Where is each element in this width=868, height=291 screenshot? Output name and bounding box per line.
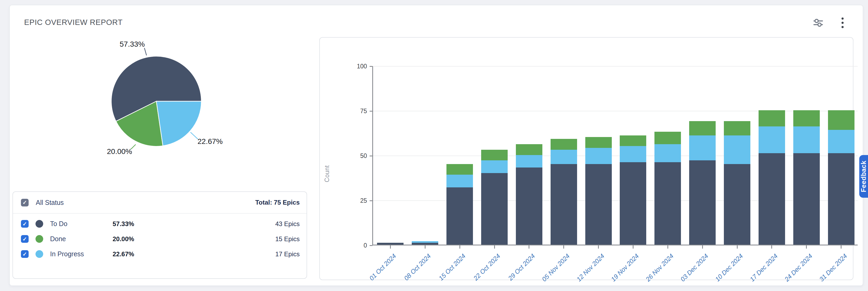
bar-segment-done[interactable] [654, 132, 681, 144]
feedback-button-label: Feedback [860, 161, 867, 192]
page-title: EPIC OVERVIEW REPORT [24, 18, 123, 27]
bar-segment-in-progress[interactable] [654, 144, 681, 162]
y-tick [370, 245, 373, 246]
bar-segment-to-do[interactable] [793, 153, 820, 244]
bar-segment-in-progress[interactable] [689, 136, 716, 161]
status-checkbox[interactable]: ✓ [21, 235, 29, 243]
bar-segment-to-do[interactable] [446, 187, 473, 244]
pie-leader-line-todo [145, 48, 147, 55]
bar-segment-in-progress[interactable] [481, 161, 508, 173]
sliders-icon [813, 18, 823, 28]
bar-segment-in-progress[interactable] [758, 126, 785, 153]
bar-segment-in-progress[interactable] [620, 146, 646, 162]
pie-percent-label-todo: 57.33% [120, 40, 145, 48]
bar-segment-to-do[interactable] [551, 164, 577, 244]
bar-segment-to-do[interactable] [758, 153, 785, 244]
bar-26-nov-2024 [654, 65, 681, 244]
bar-15-oct-2024 [446, 65, 473, 244]
bar-19-nov-2024 [620, 65, 646, 244]
kebab-menu-icon [841, 17, 844, 29]
x-tick [425, 245, 426, 249]
y-tick-label: 25 [343, 197, 367, 204]
bar-segment-in-progress[interactable] [516, 155, 542, 168]
y-tick-label: 100 [343, 63, 367, 70]
pie-leader-line-inprogress [190, 132, 198, 139]
bar-segment-done[interactable] [828, 110, 855, 130]
bar-05-nov-2024 [551, 65, 577, 244]
bar-segment-to-do[interactable] [377, 243, 404, 244]
pie-slice-in-progress[interactable] [156, 101, 202, 146]
bar-segment-in-progress[interactable] [446, 175, 473, 187]
x-tick [633, 245, 633, 249]
all-status-label: All Status [36, 199, 64, 206]
bar-segment-done[interactable] [724, 121, 750, 136]
check-icon: ✓ [23, 221, 27, 227]
bar-segment-done[interactable] [620, 136, 646, 146]
bar-chart-plot-area: 025507510001 Oct 202408 Oct 202415 Oct 2… [372, 66, 858, 245]
x-tick [598, 245, 599, 249]
bar-chart-card: Count 025507510001 Oct 202408 Oct 202415… [319, 37, 854, 280]
bar-segment-done[interactable] [758, 110, 785, 126]
legend-row-in-progress: ✓In Progress22.67%17 Epics [13, 246, 307, 262]
y-tick [370, 200, 373, 201]
bar-segment-done[interactable] [689, 121, 716, 136]
x-tick [806, 245, 807, 249]
status-percent: 20.00% [113, 235, 134, 243]
status-color-dot [35, 250, 43, 258]
status-percent: 22.67% [113, 251, 134, 258]
bar-17-dec-2024 [758, 65, 785, 244]
pie-percent-label-done: 20.00% [107, 147, 132, 155]
bar-segment-done[interactable] [481, 150, 508, 161]
filter-settings-button[interactable] [811, 16, 825, 30]
bar-segment-to-do[interactable] [620, 162, 646, 244]
bar-segment-in-progress[interactable] [585, 148, 612, 164]
bar-segment-in-progress[interactable] [828, 130, 855, 153]
x-tick [563, 245, 564, 249]
pie-chart: 57.33% 20.00% 22.67% [101, 35, 250, 168]
status-label: To Do [50, 220, 113, 228]
y-tick [370, 155, 373, 156]
bar-segment-to-do[interactable] [585, 164, 612, 244]
bar-segment-to-do[interactable] [481, 173, 508, 244]
x-tick [529, 245, 529, 249]
bar-segment-done[interactable] [793, 110, 820, 126]
bar-08-oct-2024 [412, 65, 438, 244]
legend-row-to-do: ✓To Do57.33%43 Epics [13, 216, 307, 231]
bar-31-dec-2024 [828, 65, 855, 244]
more-options-button[interactable] [836, 16, 849, 30]
bar-segment-to-do[interactable] [412, 243, 438, 244]
card-toolbar [811, 16, 849, 30]
bar-segment-done[interactable] [446, 164, 473, 175]
bar-03-dec-2024 [689, 65, 716, 244]
all-status-checkbox[interactable]: ✓ [21, 199, 29, 206]
legend-rows: ✓To Do57.33%43 Epics✓Done20.00%15 Epics✓… [13, 216, 307, 262]
x-tick [668, 245, 668, 249]
bar-segment-to-do[interactable] [724, 164, 750, 244]
bar-segment-done[interactable] [585, 137, 612, 148]
bar-segment-in-progress[interactable] [412, 241, 438, 243]
status-percent: 57.33% [113, 220, 134, 228]
legend-header-row: ✓ All Status Total: 75 Epics [13, 192, 307, 213]
status-checkbox[interactable]: ✓ [21, 220, 29, 228]
bar-segment-in-progress[interactable] [724, 136, 750, 164]
bar-segment-to-do[interactable] [828, 153, 855, 244]
bar-segment-in-progress[interactable] [551, 150, 577, 164]
bar-segment-in-progress[interactable] [793, 126, 820, 153]
bar-segment-to-do[interactable] [516, 168, 542, 244]
y-axis-title: Count [323, 165, 331, 182]
feedback-button[interactable]: Feedback [859, 155, 868, 198]
bar-29-oct-2024 [516, 65, 542, 244]
bar-segment-to-do[interactable] [654, 162, 681, 244]
y-tick-label: 0 [343, 242, 367, 249]
status-color-dot [35, 235, 43, 243]
bar-10-dec-2024 [724, 65, 750, 244]
status-count: 15 Epics [275, 235, 300, 243]
status-label: Done [50, 235, 113, 243]
check-icon: ✓ [23, 251, 27, 257]
bar-segment-done[interactable] [516, 144, 542, 155]
status-checkbox[interactable]: ✓ [21, 250, 29, 258]
bar-segment-to-do[interactable] [689, 161, 716, 244]
bar-01-oct-2024 [377, 65, 404, 244]
bar-segment-done[interactable] [551, 139, 577, 150]
bar-22-oct-2024 [481, 65, 508, 244]
